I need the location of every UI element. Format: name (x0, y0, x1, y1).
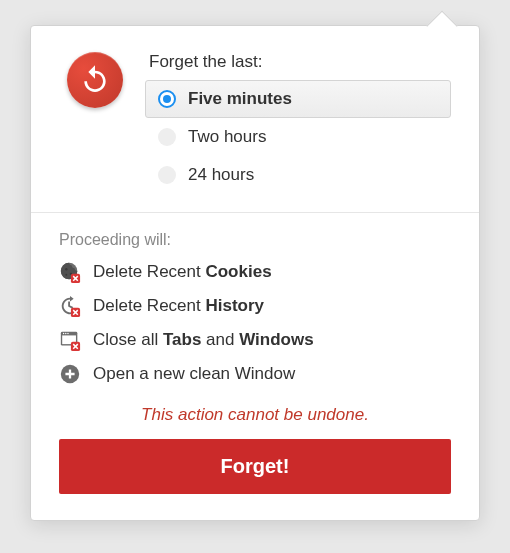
consequence-text: Close all Tabs and Windows (93, 330, 314, 350)
radio-five-minutes[interactable]: Five minutes (145, 80, 451, 118)
consequence-tabs-windows: Close all Tabs and Windows (59, 329, 451, 351)
consequences-section: Proceeding will: Delete Recent Cookies D… (31, 213, 479, 520)
forget-button[interactable]: Forget! (59, 439, 451, 494)
svg-point-10 (67, 333, 68, 334)
consequence-text: Delete Recent Cookies (93, 262, 272, 282)
consequence-text: Open a new clean Window (93, 364, 295, 384)
radio-icon (158, 90, 176, 108)
consequence-list: Delete Recent Cookies Delete Recent Hist… (59, 261, 451, 385)
svg-point-9 (65, 333, 66, 334)
cookie-x-icon (59, 261, 81, 283)
time-range-section: Forget the last: Five minutes Two hours … (31, 26, 479, 213)
prompt-label: Forget the last: (149, 52, 451, 72)
consequence-cookies: Delete Recent Cookies (59, 261, 451, 283)
radio-label: 24 hours (188, 165, 254, 185)
warning-text: This action cannot be undone. (59, 405, 451, 425)
radio-group: Five minutes Two hours 24 hours (145, 80, 451, 194)
history-x-icon (59, 295, 81, 317)
radio-24-hours[interactable]: 24 hours (145, 156, 451, 194)
radio-label: Five minutes (188, 89, 292, 109)
radio-two-hours[interactable]: Two hours (145, 118, 451, 156)
undo-icon (67, 52, 123, 108)
svg-point-3 (65, 274, 67, 276)
svg-point-1 (65, 268, 67, 270)
plus-circle-icon (59, 363, 81, 385)
radio-icon (158, 128, 176, 146)
consequence-history: Delete Recent History (59, 295, 451, 317)
proceeding-label: Proceeding will: (59, 231, 451, 249)
forget-panel: Forget the last: Five minutes Two hours … (30, 25, 480, 521)
consequence-new-window: Open a new clean Window (59, 363, 451, 385)
radio-icon (158, 166, 176, 184)
time-options: Forget the last: Five minutes Two hours … (145, 52, 451, 194)
window-x-icon (59, 329, 81, 351)
radio-label: Two hours (188, 127, 266, 147)
svg-point-8 (63, 333, 64, 334)
consequence-text: Delete Recent History (93, 296, 264, 316)
